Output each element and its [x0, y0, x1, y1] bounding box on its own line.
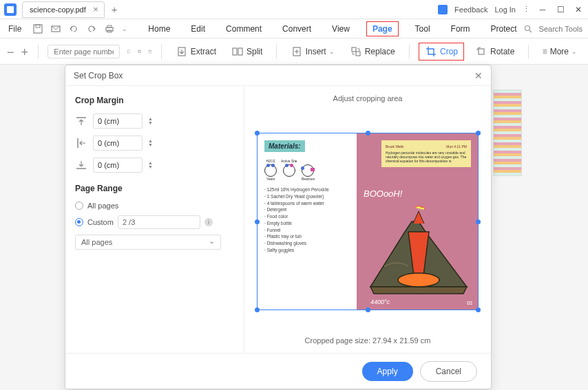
thumbnail-preview [494, 90, 521, 175]
temperature-label: 4400°c [370, 299, 390, 305]
custom-radio[interactable] [75, 218, 83, 226]
dialog-footer: Apply Cancel [65, 353, 491, 389]
margin-top-icon [75, 115, 87, 127]
tab-comment[interactable]: Comment [222, 21, 266, 36]
cancel-button[interactable]: Cancel [420, 361, 477, 382]
page-toolbar: − + Extract Split Insert ⌄ Replace Crop … [0, 39, 588, 65]
materials-list: 125ml 10% Hydrogen Peroxide 1 Sachet Dry… [264, 186, 350, 254]
new-tab-button[interactable]: + [112, 3, 118, 15]
tab-tool[interactable]: Tool [411, 21, 434, 36]
blank-page-icon[interactable] [127, 45, 130, 58]
page-number: 03 [467, 301, 472, 305]
info-icon[interactable]: i [204, 218, 213, 226]
tab-page[interactable]: Page [366, 21, 399, 36]
crop-icon [425, 45, 437, 58]
extract-button[interactable]: Extract [171, 43, 220, 61]
page-number-input[interactable] [48, 45, 120, 58]
preview-title: Adjust cropping area [253, 94, 483, 102]
svg-rect-23 [479, 49, 484, 54]
margin-top-input[interactable] [93, 113, 143, 129]
svg-point-6 [525, 25, 529, 30]
svg-rect-12 [149, 50, 151, 52]
dialog-left-panel: Crop Margin ▲▼ ▲▼ ▲▼ Page Range [65, 86, 244, 353]
pages-filter-value: All pages [81, 238, 112, 246]
workspace: Set Crop Box ✕ Crop Margin ▲▼ ▲▼ [0, 65, 588, 390]
login-link[interactable]: Log In [494, 6, 516, 14]
crop-handle-tr[interactable] [476, 131, 481, 136]
custom-range-input[interactable] [118, 215, 200, 229]
margin-bottom-spinner[interactable]: ▲▼ [148, 161, 153, 169]
redo-icon[interactable] [86, 23, 97, 34]
rotate-label: Rotate [490, 47, 514, 56]
save-icon[interactable] [32, 23, 43, 34]
mail-icon[interactable] [50, 23, 61, 34]
tab-name: science-copy.pdf [30, 6, 86, 14]
svg-rect-16 [233, 48, 237, 55]
kebab-icon[interactable]: ⋮ [523, 5, 530, 14]
pages-filter-select[interactable]: All pages [75, 235, 221, 250]
rotate-icon [475, 45, 487, 58]
insert-label: Insert [306, 47, 326, 56]
maximize-button[interactable]: ☐ [555, 4, 566, 15]
custom-radio-row[interactable]: Custom i [75, 215, 234, 229]
crop-dialog: Set Crop Box ✕ Crop Margin ▲▼ ▲▼ [65, 65, 492, 389]
close-tab-icon[interactable]: × [93, 4, 98, 14]
dialog-header: Set Crop Box ✕ [65, 65, 491, 86]
all-pages-label: All pages [87, 202, 118, 210]
crop-handle-lm[interactable] [255, 219, 260, 224]
boo-text: BOOooH! [364, 188, 402, 199]
page-thumbnail[interactable] [493, 89, 522, 176]
print-icon[interactable] [104, 23, 115, 34]
more-button[interactable]: ≡ More ⌄ [538, 44, 581, 59]
undo-icon[interactable] [68, 23, 79, 34]
cropped-size-text: Cropped page size: 27.94 x 21.59 cm [253, 336, 483, 345]
crop-button[interactable]: Crop [419, 43, 464, 61]
crop-frame[interactable]: Materials: H2O2Yeast Active Site Reactio… [257, 133, 479, 310]
document-tab[interactable]: science-copy.pdf × [22, 1, 105, 18]
insert-button[interactable]: Insert ⌄ [286, 43, 339, 61]
tab-form[interactable]: Form [447, 21, 474, 36]
split-icon [231, 45, 244, 58]
crop-handle-tl[interactable] [255, 131, 260, 136]
search-tools-input[interactable] [539, 25, 588, 33]
dialog-close-button[interactable]: ✕ [474, 70, 483, 81]
zoom-in-icon[interactable]: + [21, 45, 29, 58]
tab-view[interactable]: View [328, 21, 354, 36]
duplicate-page-icon[interactable] [138, 45, 141, 58]
crop-handle-rm[interactable] [476, 219, 481, 224]
tab-edit[interactable]: Edit [187, 21, 209, 36]
insert-chevron-icon: ⌄ [329, 48, 335, 55]
split-button[interactable]: Split [227, 43, 266, 61]
sticky-note: Brook WellsMon 4:11 PM Hydrogen peroxide… [381, 140, 471, 167]
all-pages-radio[interactable] [75, 202, 83, 210]
close-window-button[interactable]: ✕ [573, 4, 584, 15]
minimize-button[interactable]: ─ [537, 4, 548, 15]
tab-convert[interactable]: Convert [278, 21, 315, 36]
margin-left-input[interactable] [93, 136, 143, 151]
feedback-icon [438, 5, 448, 14]
titlebar: science-copy.pdf × + Feedback Log In ⋮ ─… [0, 0, 588, 19]
feedback-link[interactable]: Feedback [454, 6, 487, 14]
replace-label: Replace [365, 47, 395, 56]
margin-top-spinner[interactable]: ▲▼ [148, 117, 153, 125]
apply-button[interactable]: Apply [362, 362, 413, 381]
tab-home[interactable]: Home [144, 21, 174, 36]
tab-protect[interactable]: Protect [487, 21, 521, 36]
crop-handle-bl[interactable] [255, 307, 260, 312]
all-pages-radio-row[interactable]: All pages [75, 202, 234, 210]
menubar: File ⌄ Home Edit Comment Convert View Pa… [0, 19, 588, 39]
crop-handle-br[interactable] [476, 307, 481, 312]
crop-handle-tm[interactable] [366, 131, 370, 136]
margin-bottom-icon [75, 159, 87, 171]
delete-page-icon[interactable] [148, 45, 151, 58]
svg-rect-22 [356, 52, 360, 56]
margin-left-spinner[interactable]: ▲▼ [148, 139, 153, 147]
replace-button[interactable]: Replace [346, 43, 399, 61]
quick-tools-chevron-icon[interactable]: ⌄ [122, 25, 127, 32]
file-menu[interactable]: File [4, 23, 25, 35]
margin-bottom-input[interactable] [93, 158, 143, 173]
rotate-button[interactable]: Rotate [471, 43, 518, 61]
zoom-out-icon[interactable]: − [7, 45, 14, 58]
preview-area: Materials: H2O2Yeast Active Site Reactio… [253, 112, 483, 331]
crop-handle-bm[interactable] [366, 307, 370, 312]
